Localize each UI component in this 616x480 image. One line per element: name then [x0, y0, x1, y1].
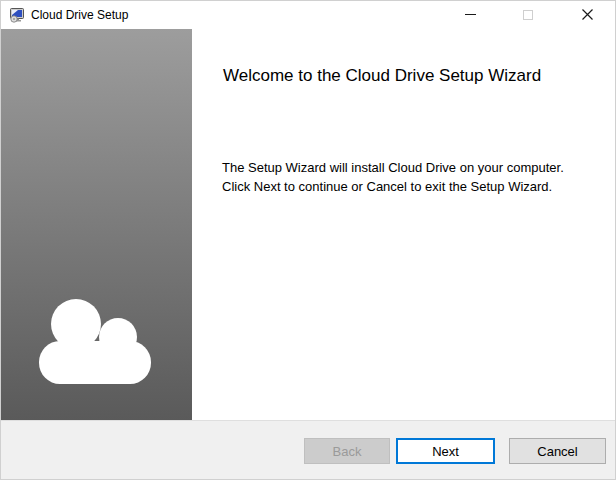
welcome-heading: Welcome to the Cloud Drive Setup Wizard — [223, 63, 571, 88]
welcome-description: The Setup Wizard will install Cloud Driv… — [222, 158, 612, 196]
installer-app-icon — [9, 7, 25, 23]
next-button[interactable]: Next — [396, 438, 495, 464]
window-title: Cloud Drive Setup — [31, 1, 128, 29]
minimize-button[interactable] — [445, 1, 495, 29]
description-line-2: Click Next to continue or Cancel to exit… — [222, 177, 612, 196]
close-button[interactable] — [562, 1, 612, 29]
close-icon — [582, 8, 593, 23]
minimize-icon — [465, 8, 476, 23]
title-bar: Cloud Drive Setup — [1, 1, 616, 29]
maximize-button[interactable] — [503, 1, 553, 29]
cloud-icon — [39, 299, 151, 385]
wizard-content: Welcome to the Cloud Drive Setup Wizard … — [192, 29, 616, 420]
maximize-icon — [523, 8, 533, 23]
description-line-1: The Setup Wizard will install Cloud Driv… — [222, 158, 612, 177]
cancel-button[interactable]: Cancel — [509, 438, 606, 464]
installer-window: Cloud Drive Setup Welcome — [0, 0, 616, 480]
back-button[interactable]: Back — [304, 438, 390, 464]
wizard-footer: Back Next Cancel — [1, 420, 616, 480]
wizard-banner — [1, 29, 192, 420]
